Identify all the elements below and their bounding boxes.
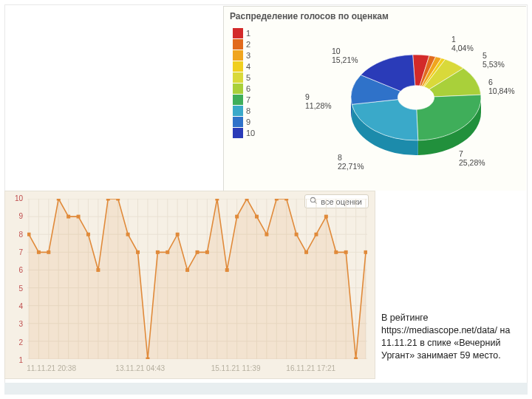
- svg-rect-58: [136, 250, 140, 254]
- legend-label: 4: [246, 62, 250, 71]
- legend-label: 8: [246, 106, 250, 115]
- pie-slice-label: 9 11,28%: [305, 92, 332, 110]
- svg-rect-66: [215, 199, 219, 200]
- svg-rect-49: [47, 250, 50, 254]
- legend-swatch: [233, 72, 243, 83]
- svg-rect-77: [324, 215, 328, 219]
- y-axis-tick: 4: [11, 302, 23, 310]
- svg-rect-61: [166, 250, 169, 254]
- svg-rect-60: [156, 250, 160, 254]
- svg-rect-79: [344, 250, 348, 254]
- slide-footer-band: [4, 383, 528, 395]
- x-axis-tick: 11.11.21 20:38: [27, 364, 76, 372]
- y-axis-tick: 2: [11, 338, 23, 347]
- svg-rect-70: [255, 215, 259, 219]
- legend-item-9: 9: [233, 117, 255, 127]
- y-axis-tick: 5: [11, 284, 23, 293]
- x-axis-tick: 13.11.21 04:43: [115, 364, 165, 372]
- legend-item-1: 1: [233, 28, 255, 38]
- pie-chart: 1 4,04%5 5,53%6 10,84%7 25,28%8 22,71%9 …: [305, 35, 516, 186]
- legend-label: 9: [246, 117, 250, 126]
- legend-swatch: [233, 117, 243, 127]
- svg-rect-56: [116, 199, 120, 200]
- pie-legend: 12345678910: [233, 27, 255, 139]
- y-axis-tick: 8: [11, 231, 23, 239]
- legend-label: 5: [246, 73, 250, 82]
- svg-rect-52: [77, 215, 81, 219]
- svg-rect-75: [304, 250, 308, 254]
- svg-rect-47: [27, 233, 30, 236]
- legend-swatch: [233, 95, 243, 105]
- legend-item-8: 8: [233, 106, 255, 116]
- svg-rect-59: [146, 358, 149, 359]
- svg-rect-64: [196, 250, 200, 254]
- caption-text: В рейтинге https://mediascope.net/data/ …: [381, 312, 526, 362]
- legend-item-6: 6: [233, 83, 255, 94]
- pie-chart-panel: Распределение голосов по оценкам 1234567…: [223, 6, 526, 191]
- svg-rect-78: [334, 250, 338, 254]
- svg-rect-72: [275, 199, 279, 200]
- svg-rect-53: [86, 233, 90, 236]
- svg-rect-62: [176, 233, 180, 236]
- pie-slice-label: 8 22,71%: [338, 153, 364, 171]
- pie-slice-label: 1 4,04%: [451, 35, 474, 52]
- pie-slice-label: 6 10,84%: [488, 78, 515, 95]
- svg-rect-50: [57, 199, 61, 200]
- legend-item-3: 3: [233, 50, 255, 61]
- svg-rect-81: [364, 250, 367, 254]
- svg-rect-67: [225, 268, 229, 272]
- svg-rect-74: [295, 233, 299, 236]
- svg-rect-71: [265, 233, 268, 236]
- svg-rect-80: [354, 358, 358, 359]
- svg-rect-73: [284, 199, 288, 200]
- legend-item-2: 2: [233, 39, 255, 50]
- svg-rect-57: [126, 233, 130, 236]
- line-chart-area: [27, 199, 367, 359]
- svg-rect-48: [37, 250, 41, 254]
- y-axis-tick: 10: [11, 194, 23, 202]
- svg-rect-69: [245, 199, 249, 200]
- svg-rect-54: [96, 268, 100, 272]
- legend-item-4: 4: [233, 61, 255, 72]
- legend-item-5: 5: [233, 72, 255, 83]
- legend-item-7: 7: [233, 95, 255, 105]
- y-axis-tick: 1: [11, 356, 23, 364]
- legend-label: 1: [246, 29, 250, 38]
- legend-item-10: 10: [233, 128, 255, 138]
- x-axis-tick: 15.11.21 11:39: [211, 364, 261, 372]
- pie-slice-label: 10 15,21%: [332, 47, 358, 64]
- legend-label: 7: [246, 95, 250, 104]
- y-axis-tick: 6: [11, 266, 23, 274]
- legend-label: 10: [246, 129, 255, 137]
- svg-rect-55: [106, 199, 110, 200]
- svg-rect-65: [205, 250, 209, 254]
- svg-rect-76: [314, 233, 318, 236]
- svg-rect-63: [185, 268, 189, 272]
- legend-swatch: [233, 61, 243, 72]
- y-axis-tick: 3: [11, 320, 23, 328]
- legend-label: 2: [246, 40, 250, 49]
- y-axis-tick: 9: [11, 212, 23, 220]
- pie-chart-title: Распределение голосов по оценкам: [224, 7, 526, 26]
- svg-rect-51: [66, 215, 70, 219]
- legend-swatch: [233, 83, 243, 94]
- legend-label: 3: [246, 51, 250, 60]
- pie-slice-label: 5 5,53%: [482, 51, 505, 69]
- line-chart-panel: все оценки 12345678910 11.11.21 20:3813.…: [4, 191, 375, 379]
- y-axis-tick: 7: [11, 248, 23, 256]
- legend-swatch: [233, 28, 243, 38]
- legend-label: 6: [246, 84, 250, 93]
- legend-swatch: [233, 50, 243, 61]
- legend-swatch: [233, 128, 243, 138]
- svg-rect-68: [235, 215, 239, 219]
- pie-slice-label: 7 25,28%: [459, 149, 485, 167]
- legend-swatch: [233, 106, 243, 116]
- legend-swatch: [233, 39, 243, 50]
- line-svg: [27, 199, 367, 359]
- x-axis-tick: 16.11.21 17:21: [286, 364, 335, 372]
